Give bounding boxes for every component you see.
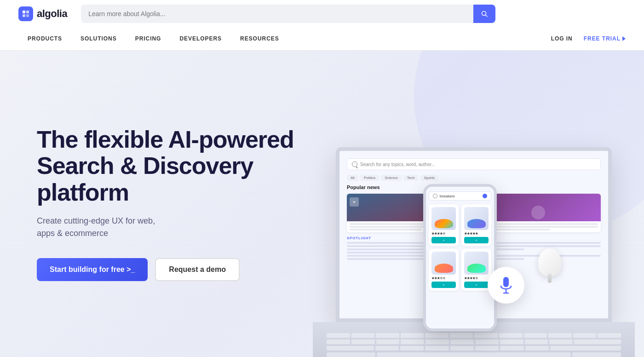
filter-chip-tech[interactable]: Tech — [403, 175, 419, 181]
earbuds — [538, 248, 561, 276]
nav-actions: LOG IN FREE TRIAL — [551, 35, 626, 42]
phone-add-button-1[interactable]: + — [431, 237, 456, 243]
nav-item-resources[interactable]: RESOURCES — [231, 27, 288, 50]
request-demo-button[interactable]: Request a demo — [155, 258, 240, 281]
phone-product-grid: ★★★★☆ + ★★★★★ + ★★★☆☆ — [429, 204, 491, 291]
logo-text: algolia — [37, 8, 67, 20]
filter-chip-science[interactable]: Science — [381, 175, 401, 181]
nav-links: PRODUCTS SOLUTIONS PRICING DEVELOPERS RE… — [18, 27, 551, 50]
laptop-filter-bar: All Politics Science Tech Sports — [347, 175, 601, 181]
hero-content: The flexible AI-powered Search & Discove… — [0, 51, 322, 357]
header-nav: PRODUCTS SOLUTIONS PRICING DEVELOPERS RE… — [0, 27, 644, 50]
nav-item-pricing[interactable]: PRICING — [126, 27, 171, 50]
start-building-button[interactable]: Start building for free >_ — [37, 258, 148, 281]
search-icon — [481, 10, 488, 17]
search-input[interactable] — [81, 5, 495, 23]
phone-mockup: Sneakers ★★★★☆ + — [423, 184, 497, 331]
nav-item-products[interactable]: PRODUCTS — [18, 27, 71, 50]
nav-item-developers[interactable]: DEVELOPERS — [170, 27, 231, 50]
phone-add-button-3[interactable]: + — [431, 282, 456, 288]
free-trial-button[interactable]: FREE TRIAL — [584, 35, 626, 42]
logo-icon — [18, 6, 33, 21]
laptop-search-bar: Search for any topics, word, author... — [347, 158, 601, 170]
phone-product-card-3[interactable]: ★★★☆☆ + — [429, 249, 459, 291]
phone-add-button-4[interactable]: + — [464, 282, 489, 288]
svg-rect-1 — [23, 11, 25, 13]
phone-product-image-3 — [431, 252, 456, 275]
phone-mic-icon — [483, 194, 487, 198]
phone-search-bar: Sneakers — [429, 191, 491, 201]
phone-product-image-2 — [464, 207, 489, 230]
phone-search-text: Sneakers — [439, 194, 481, 198]
svg-rect-4 — [26, 14, 29, 17]
phone-add-button-2[interactable]: + — [464, 237, 489, 243]
hero-buttons: Start building for free >_ Request a dem… — [37, 258, 304, 281]
header: algolia PRODUCTS SOLUTIONS PRICING DEVEL… — [0, 0, 644, 51]
shoe-shape-3 — [435, 264, 453, 273]
phone-product-card-2[interactable]: ★★★★★ + — [461, 204, 491, 246]
free-trial-arrow-icon — [622, 36, 626, 41]
phone-search-icon — [433, 194, 437, 198]
hero-subtitle: Create cutting-edge UX for web, apps & e… — [37, 215, 304, 240]
phone-product-image-1 — [431, 207, 456, 230]
svg-line-6 — [486, 15, 488, 17]
search-bar-container — [81, 5, 495, 23]
svg-rect-3 — [23, 14, 25, 17]
hero-visual: Search for any topics, word, author... A… — [285, 55, 644, 357]
phone-product-image-4 — [464, 252, 489, 275]
laptop-search-icon — [352, 161, 357, 167]
logo[interactable]: algolia — [18, 6, 67, 21]
search-input-wrap — [81, 5, 495, 23]
hero-section: The flexible AI-powered Search & Discove… — [0, 51, 644, 357]
phone-product-card-4[interactable]: ★★★★☆ + — [461, 249, 491, 291]
phone-inner: Sneakers ★★★★☆ + — [426, 187, 494, 328]
svg-rect-7 — [503, 277, 509, 287]
shoe-shape-4 — [467, 264, 486, 273]
filter-chip-sports[interactable]: Sports — [420, 175, 438, 181]
shoe-shape-2 — [467, 219, 486, 228]
hero-title: The flexible AI-powered Search & Discove… — [37, 127, 304, 206]
microphone-icon — [499, 276, 513, 294]
header-top: algolia — [0, 0, 644, 27]
earbud — [538, 248, 561, 276]
search-button[interactable] — [473, 5, 495, 23]
filter-chip-all[interactable]: All — [347, 175, 358, 181]
filter-chip-politics[interactable]: Politics — [360, 175, 379, 181]
voice-bubble — [488, 267, 524, 304]
login-button[interactable]: LOG IN — [551, 35, 573, 42]
svg-rect-2 — [26, 11, 29, 13]
shoe-shape-1 — [435, 219, 453, 228]
phone-product-card-1[interactable]: ★★★★☆ + — [429, 204, 459, 246]
svg-rect-0 — [21, 9, 30, 18]
nav-item-solutions[interactable]: SOLUTIONS — [71, 27, 126, 50]
